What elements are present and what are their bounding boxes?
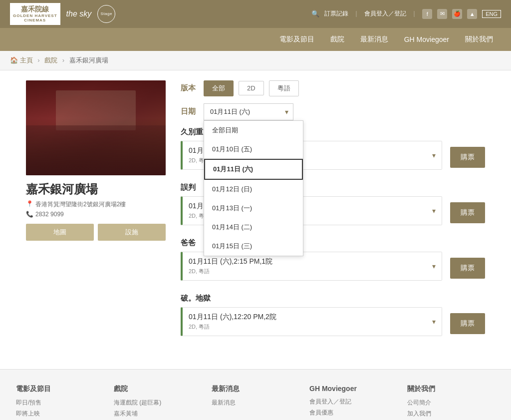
nav-moviegoer[interactable]: GH Moviegoer	[396, 28, 457, 50]
footer-link-member-benefits[interactable]: 會員優惠	[309, 409, 397, 417]
footer-col-movies-title: 電影及節目	[16, 385, 104, 394]
showtime-row-po-diyu: 01月11日 (六),12:20 PM,2院 2D, 粵語 ▾	[181, 307, 442, 336]
buy-btn-wupan[interactable]: 購票	[450, 202, 485, 223]
footer-grid: 電影及節目 即日/預售 即將上映 特備節目 D·BOX 戲院 海運戲院 (超巨幕…	[16, 385, 495, 420]
version-filter-row: 版本 全部 2D 粵語	[181, 80, 485, 96]
date-select-value: 01月11日 (六)	[210, 108, 250, 115]
breadcrumb-cinemas[interactable]: 戲院	[44, 56, 57, 64]
showtime-chevron-baba[interactable]: ▾	[426, 257, 442, 275]
footer-col-cinemas-title: 戲院	[114, 385, 202, 394]
showtime-info-baba: 01月11日 (六),2:15 PM,1院 2D, 粵語	[183, 252, 426, 280]
date-select[interactable]: 01月11日 (六)	[204, 103, 293, 120]
footer-link-whampoa[interactable]: 嘉禾黃埔	[114, 410, 202, 418]
header-logo-area: 嘉禾院線 GOLDEN HARVEST CINEMAS the sky Stag…	[10, 3, 115, 25]
eng-button[interactable]: ENG	[482, 10, 501, 18]
footer-col-about: 關於我們 公司簡介 加入我們	[407, 385, 495, 420]
showtime-time-baba: 01月11日 (六),2:15 PM,1院	[189, 257, 420, 266]
cinema-address: 📍 香港筲箕灣望隆街2號銀河廣場2樓	[26, 200, 166, 209]
location-icon: 📍	[26, 200, 33, 207]
action-buttons: 地圖 設施	[26, 224, 166, 241]
cinema-phone: 📞 2832 9099	[26, 211, 166, 218]
header-top: 嘉禾院線 GOLDEN HARVEST CINEMAS the sky Stag…	[0, 0, 511, 28]
facilities-button[interactable]: 設施	[98, 224, 166, 241]
showtime-info-po-diyu: 01月11日 (六),12:20 PM,2院 2D, 粵語	[183, 308, 426, 336]
golden-harvest-logo: 嘉禾院線 GOLDEN HARVEST CINEMAS	[10, 3, 60, 25]
filter-cantonese-btn[interactable]: 粵語	[269, 80, 299, 96]
footer-link-upcoming[interactable]: 即將上映	[16, 410, 104, 418]
showtime-chevron-po-diyu[interactable]: ▾	[426, 313, 442, 331]
footer-link-company[interactable]: 公司簡介	[407, 399, 495, 407]
footer-col-movies: 電影及節目 即日/預售 即將上映 特備節目 D·BOX	[16, 385, 104, 420]
footer-col-moviegoer: GH Moviegoer 會員登入／登記 會員優惠 積分獎賞 網上遊戲	[309, 385, 397, 420]
footer-col-about-title: 關於我們	[407, 385, 495, 394]
footer-col-news: 最新消息 最新消息	[212, 385, 299, 420]
dropdown-item-0115[interactable]: 01月15日 (三)	[204, 237, 303, 256]
the-sky-logo: the sky	[66, 9, 92, 18]
buy-btn-po-diyu[interactable]: 購票	[450, 313, 485, 334]
movie-title-po-diyu: 破。地獄	[181, 294, 485, 303]
stage-logo: Stage	[97, 5, 115, 23]
apple-icon[interactable]: 🍎	[452, 9, 462, 19]
cinema-screen-visual	[56, 90, 136, 130]
breadcrumb-current: 嘉禾銀河廣場	[69, 56, 108, 64]
date-dropdown-menu: 全部日期 01月10日 (五) 01月11日 (六) 01月12日 (日) 01…	[204, 120, 303, 256]
logo-golden: GOLDEN HARVEST	[13, 13, 57, 18]
footer-col-news-title: 最新消息	[212, 385, 299, 394]
search-icon[interactable]: 🔍	[311, 10, 319, 17]
dropdown-item-all[interactable]: 全部日期	[204, 121, 303, 140]
footer-link-member-login[interactable]: 會員登入／登記	[309, 398, 397, 406]
cinema-name: 嘉禾銀河廣場	[26, 181, 166, 197]
nav-movies[interactable]: 電影及節目	[271, 28, 322, 51]
cinema-seats-visual	[26, 125, 166, 175]
phone-icon: 📞	[26, 211, 33, 218]
dropdown-item-0111[interactable]: 01月11日 (六)	[204, 159, 303, 180]
footer-col-cinemas: 戲院 海運戲院 (超巨幕) 嘉禾黃埔 StagE (tmtplaza) the …	[114, 385, 202, 420]
footer-link-harbour[interactable]: 海運戲院 (超巨幕)	[114, 399, 202, 407]
dropdown-item-0113[interactable]: 01月13日 (一)	[204, 199, 303, 218]
breadcrumb: 🏠 主頁 › 戲院 › 嘉禾銀河廣場	[0, 51, 511, 70]
footer-col-moviegoer-title: GH Moviegoer	[309, 385, 397, 393]
footer-link-daily[interactable]: 即日/預售	[16, 399, 104, 407]
date-dropdown-wrapper[interactable]: 01月11日 (六) ▾ 全部日期 01月10日 (五) 01月11日 (六) …	[204, 103, 293, 120]
map-button[interactable]: 地圖	[26, 224, 94, 241]
logo-cinemas: CINEMAS	[13, 18, 57, 23]
showtime-time-po-diyu: 01月11日 (六),12:20 PM,2院	[189, 313, 420, 322]
main-content: 嘉禾銀河廣場 📍 香港筲箕灣望隆街2號銀河廣場2樓 📞 2832 9099 地圖…	[16, 70, 495, 359]
dropdown-item-0114[interactable]: 01月14日 (二)	[204, 218, 303, 237]
header-nav: 電影及節目 戲院 最新消息 GH Moviegoer 關於我們	[0, 28, 511, 51]
date-label: 日期	[181, 107, 199, 116]
nav-news[interactable]: 最新消息	[352, 28, 396, 51]
twitter-icon[interactable]: ✉	[437, 9, 447, 19]
filter-all-btn[interactable]: 全部	[204, 80, 234, 96]
buy-btn-baba[interactable]: 購票	[450, 258, 485, 279]
nav-cinemas[interactable]: 戲院	[322, 28, 352, 51]
showtime-chevron-wupan[interactable]: ▾	[426, 202, 442, 220]
android-icon[interactable]: ▲	[467, 9, 477, 19]
logo-gh: 嘉禾院線	[13, 5, 57, 13]
showtime-meta-baba: 2D, 粵語	[189, 268, 420, 275]
footer-link-latest-news[interactable]: 最新消息	[212, 399, 299, 407]
footer-link-join[interactable]: 加入我們	[407, 410, 495, 418]
booking-link[interactable]: 訂票記錄	[324, 9, 348, 18]
right-panel: 版本 全部 2D 粵語 日期 01月11日 (六) ▾ 全部日期 01月10日 …	[181, 80, 485, 349]
buy-btn-jiubie[interactable]: 購票	[450, 147, 485, 168]
cinema-image	[26, 80, 166, 175]
header-top-right: 🔍 訂票記錄 ｜ 會員登入／登記 ｜ f ✉ 🍎 ▲ ENG	[311, 9, 501, 19]
showtime-meta-po-diyu: 2D, 粵語	[189, 323, 420, 331]
left-panel: 嘉禾銀河廣場 📍 香港筲箕灣望隆街2號銀河廣場2樓 📞 2832 9099 地圖…	[26, 80, 166, 349]
facebook-icon[interactable]: f	[422, 9, 432, 19]
home-icon: 🏠	[10, 56, 18, 64]
version-label: 版本	[181, 83, 199, 93]
date-filter-row: 日期 01月11日 (六) ▾ 全部日期 01月10日 (五) 01月11日 (…	[181, 103, 485, 120]
movie-section-po-diyu: 破。地獄 01月11日 (六),12:20 PM,2院 2D, 粵語 ▾ 購票	[181, 294, 485, 340]
nav-about[interactable]: 關於我們	[457, 28, 501, 51]
logo-area: 嘉禾院線 GOLDEN HARVEST CINEMAS the sky Stag…	[10, 3, 115, 25]
member-link[interactable]: 會員登入／登記	[364, 9, 406, 18]
footer: 電影及節目 即日/預售 即將上映 特備節目 D·BOX 戲院 海運戲院 (超巨幕…	[0, 369, 511, 420]
filter-2d-btn[interactable]: 2D	[239, 81, 264, 95]
breadcrumb-home[interactable]: 主頁	[20, 56, 33, 64]
dropdown-item-0110[interactable]: 01月10日 (五)	[204, 140, 303, 159]
showtime-chevron-jiubie[interactable]: ▾	[426, 146, 442, 164]
dropdown-item-0112[interactable]: 01月12日 (日)	[204, 180, 303, 199]
